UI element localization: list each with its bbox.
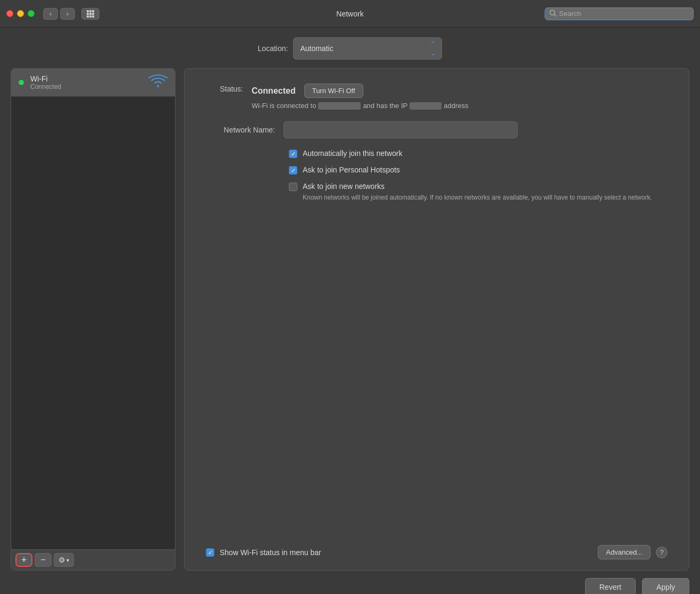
location-select[interactable]: Automatic ⌃⌄	[293, 37, 442, 60]
minimize-button[interactable]	[17, 10, 24, 17]
sidebar-item-info: Wi-Fi Connected	[30, 75, 142, 90]
turn-wifi-off-button[interactable]: Turn Wi-Fi Off	[304, 84, 363, 98]
svg-rect-8	[92, 15, 94, 18]
status-row: Status: Connected Turn Wi-Fi Off Wi-Fi i…	[206, 84, 668, 111]
network-name-input[interactable]	[284, 121, 518, 138]
advanced-button[interactable]: Advanced...	[598, 545, 651, 559]
grid-button[interactable]	[81, 8, 99, 20]
location-select-value: Automatic	[300, 44, 427, 53]
new-networks-checkbox[interactable]	[289, 183, 297, 191]
desc-part2: and has the IP	[363, 101, 407, 111]
svg-line-10	[554, 14, 556, 16]
apply-button[interactable]: Apply	[642, 578, 689, 594]
status-label: Status:	[206, 84, 243, 93]
status-content: Connected Turn Wi-Fi Off Wi-Fi is connec…	[252, 84, 668, 111]
personal-hotspot-checkbox[interactable]: ✓	[289, 166, 297, 175]
back-button[interactable]: ‹	[43, 8, 58, 20]
network-name-label: Network Name:	[206, 126, 275, 134]
svg-rect-6	[87, 15, 89, 18]
svg-rect-2	[92, 10, 94, 12]
personal-hotspot-row: ✓ Ask to join Personal Hotspots	[289, 166, 668, 175]
auto-join-row: ✓ Automatically join this network	[289, 149, 668, 158]
detail-panel: Status: Connected Turn Wi-Fi Off Wi-Fi i…	[184, 68, 689, 571]
network-name-row: Network Name:	[206, 121, 668, 138]
help-button[interactable]: ?	[656, 547, 668, 558]
svg-point-11	[157, 85, 159, 87]
show-wifi-checkbox[interactable]: ✓	[206, 548, 214, 557]
status-description: Wi-Fi is connected to and has the IP add…	[252, 101, 668, 111]
sidebar-empty	[11, 97, 175, 549]
svg-rect-0	[87, 10, 89, 12]
svg-rect-1	[89, 10, 91, 12]
add-network-button[interactable]: +	[15, 553, 32, 567]
window-title: Network	[336, 10, 363, 18]
chevron-updown-icon: ⌃⌄	[430, 40, 436, 57]
gear-chevron-icon: ▾	[66, 557, 69, 563]
detail-inner: Status: Connected Turn Wi-Fi Off Wi-Fi i…	[206, 84, 668, 559]
redacted-network-name	[318, 102, 361, 110]
sidebar-item-sub: Connected	[30, 83, 142, 90]
close-button[interactable]	[6, 10, 13, 17]
nav-buttons: ‹ ›	[43, 8, 75, 20]
desc-part3: address	[444, 101, 468, 111]
bottom-section: ✓ Show Wi-Fi status in menu bar Advanced…	[206, 545, 668, 559]
sidebar-item-name: Wi-Fi	[30, 75, 142, 83]
sidebar: Wi-Fi Connected + − ⚙	[11, 68, 176, 571]
wifi-icon	[148, 74, 168, 91]
traffic-lights	[6, 10, 35, 17]
svg-rect-3	[87, 13, 89, 15]
auto-join-checkbox[interactable]: ✓	[289, 150, 297, 158]
revert-button[interactable]: Revert	[585, 578, 636, 594]
status-value: Connected	[252, 86, 296, 96]
search-bar	[545, 7, 694, 20]
status-top: Connected Turn Wi-Fi Off	[252, 84, 668, 98]
main-content: Wi-Fi Connected + − ⚙	[0, 68, 700, 571]
personal-hotspot-label: Ask to join Personal Hotspots	[303, 166, 400, 174]
new-networks-label: Ask to join new networks	[303, 182, 385, 191]
svg-rect-5	[92, 13, 94, 15]
sidebar-controls: + − ⚙ ▾	[11, 549, 175, 570]
checkbox-section: ✓ Automatically join this network ✓ Ask …	[206, 149, 668, 202]
location-label: Location:	[258, 44, 288, 53]
minus-icon: −	[40, 556, 45, 564]
add-icon: +	[21, 555, 27, 565]
desc-part1: Wi-Fi is connected to	[252, 101, 316, 111]
forward-button[interactable]: ›	[60, 8, 75, 20]
search-icon	[549, 10, 556, 18]
new-networks-row: Ask to join new networks	[289, 182, 668, 191]
svg-rect-7	[89, 15, 91, 18]
redacted-ip	[410, 102, 441, 110]
gear-button[interactable]: ⚙ ▾	[54, 553, 74, 567]
action-row: Revert Apply	[0, 571, 700, 594]
sidebar-item-wifi[interactable]: Wi-Fi Connected	[11, 69, 175, 97]
remove-network-button[interactable]: −	[35, 553, 52, 567]
wifi-status-dot	[19, 80, 24, 85]
location-row: Location: Automatic ⌃⌄	[0, 28, 700, 68]
show-wifi-label: Show Wi-Fi status in menu bar	[220, 548, 321, 557]
maximize-button[interactable]	[28, 10, 35, 17]
new-networks-sublabel: Known networks will be joined automatica…	[289, 193, 668, 202]
search-input[interactable]	[559, 10, 689, 18]
titlebar: ‹ › Network	[0, 0, 700, 28]
svg-rect-4	[89, 13, 91, 15]
gear-icon: ⚙	[59, 556, 65, 564]
auto-join-label: Automatically join this network	[303, 149, 403, 158]
